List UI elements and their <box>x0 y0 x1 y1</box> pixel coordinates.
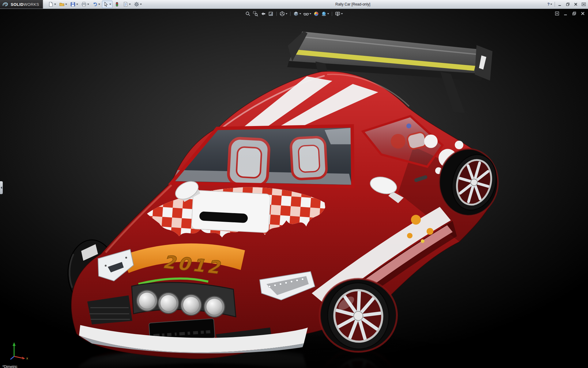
rebuild-icon <box>114 2 120 7</box>
window-controls: ? <box>547 0 587 9</box>
triad-x-axis <box>22 357 25 359</box>
view-settings-button[interactable] <box>334 11 344 17</box>
fit-window-icon <box>555 11 559 16</box>
previous-view-icon <box>261 11 266 17</box>
triad-y-axis <box>13 342 16 346</box>
display-style-icon <box>293 11 299 17</box>
view-settings-icon <box>335 11 341 17</box>
dropdown-caret-icon <box>310 13 311 14</box>
rally-car-model[interactable] <box>68 31 503 367</box>
select-arrow-icon <box>103 2 109 7</box>
dropdown-caret-icon <box>98 4 100 5</box>
options-gear-icon <box>134 2 139 7</box>
brand-bold: SOLID <box>11 2 24 7</box>
select-button[interactable] <box>102 1 112 8</box>
zoom-to-fit-button[interactable] <box>245 11 251 17</box>
previous-view-button[interactable] <box>260 11 267 17</box>
3ds-logo-icon <box>2 2 9 7</box>
dropdown-caret-icon <box>140 4 142 5</box>
help-glyph: ? <box>547 2 549 6</box>
help-button[interactable]: ? <box>547 1 553 7</box>
heads-up-view-toolbar <box>245 11 344 17</box>
view-orientation-cube-icon <box>280 11 285 17</box>
view-orientation-label: *Dimetric <box>2 365 17 368</box>
edit-appearance-ball-icon <box>314 11 319 17</box>
collapse-arrow-icon <box>1 186 2 189</box>
window-title: Rally Car [Read-only] <box>335 2 370 6</box>
brand-light: WORKS <box>24 2 39 7</box>
dropdown-caret-icon <box>341 13 343 14</box>
document-window-controls <box>554 11 586 16</box>
minimize-document-icon <box>564 11 568 16</box>
zoom-to-fit-icon <box>245 11 251 17</box>
zoom-to-area-icon <box>253 11 258 17</box>
open-folder-icon <box>59 2 65 7</box>
graphics-area[interactable]: 2012 <box>0 9 588 368</box>
toolbar-separator <box>332 12 332 16</box>
hide-show-items-button[interactable] <box>303 11 312 17</box>
fit-window-button[interactable] <box>554 11 560 16</box>
layout-grid-icon <box>582 2 586 6</box>
new-document-icon <box>48 2 54 7</box>
file-properties-icon <box>123 2 128 7</box>
main-toolbar <box>47 1 143 8</box>
undo-icon <box>92 2 98 7</box>
titlebar: SOLIDWORKS <box>0 0 588 9</box>
file-properties-button[interactable] <box>122 1 132 8</box>
save-button[interactable] <box>69 1 79 8</box>
open-button[interactable] <box>58 1 68 8</box>
solidworks-logo: SOLIDWORKS <box>0 0 43 9</box>
close-document-icon <box>581 11 585 16</box>
undo-button[interactable] <box>91 1 101 8</box>
controls-separator <box>555 2 555 7</box>
options-button[interactable] <box>133 1 143 8</box>
dropdown-caret-icon <box>327 13 329 14</box>
restore-document-icon <box>572 11 576 16</box>
window-menu-icon[interactable] <box>581 1 587 7</box>
triad-x-label: x <box>26 356 28 360</box>
dropdown-caret-icon <box>286 13 288 14</box>
edit-appearance-button[interactable] <box>313 11 320 17</box>
save-icon <box>70 2 76 7</box>
dropdown-caret-icon <box>550 4 552 5</box>
model-view: 2012 <box>0 9 588 368</box>
reference-triad: x <box>8 340 32 361</box>
dropdown-caret-icon <box>129 4 131 5</box>
solidworks-window: SOLIDWORKS <box>0 0 588 368</box>
zoom-to-area-button[interactable] <box>252 11 259 17</box>
toolbar-separator <box>290 12 291 16</box>
minimize-document-button[interactable] <box>563 11 568 16</box>
print-button[interactable] <box>80 1 90 8</box>
dropdown-caret-icon <box>65 4 67 5</box>
rebuild-button[interactable] <box>113 1 121 8</box>
restore-button[interactable] <box>565 1 571 7</box>
dropdown-caret-icon <box>109 4 111 5</box>
dropdown-caret-icon <box>87 4 89 5</box>
dropdown-caret-icon <box>54 4 56 5</box>
brand-text: SOLIDWORKS <box>11 2 39 7</box>
triad-z-axis <box>10 356 14 359</box>
minimize-icon <box>558 2 562 6</box>
apply-scene-icon <box>321 11 327 17</box>
restore-document-button[interactable] <box>571 11 577 16</box>
close-document-button[interactable] <box>580 11 586 16</box>
minimize-button[interactable] <box>557 1 563 7</box>
section-view-button[interactable] <box>268 11 274 17</box>
print-icon <box>81 2 87 7</box>
section-view-icon <box>268 11 274 17</box>
panel-collapse-tab[interactable] <box>0 181 3 194</box>
new-document-button[interactable] <box>47 1 57 8</box>
dropdown-caret-icon <box>76 4 78 5</box>
logo-separator <box>43 0 44 9</box>
display-style-button[interactable] <box>293 11 302 17</box>
close-icon <box>574 2 578 6</box>
apply-scene-button[interactable] <box>321 11 330 17</box>
restore-icon <box>566 2 570 6</box>
close-button[interactable] <box>573 1 579 7</box>
hide-show-glasses-icon <box>303 11 309 17</box>
dropdown-caret-icon <box>300 13 301 14</box>
toolbar-separator <box>277 12 277 16</box>
view-orientation-button[interactable] <box>279 11 288 17</box>
